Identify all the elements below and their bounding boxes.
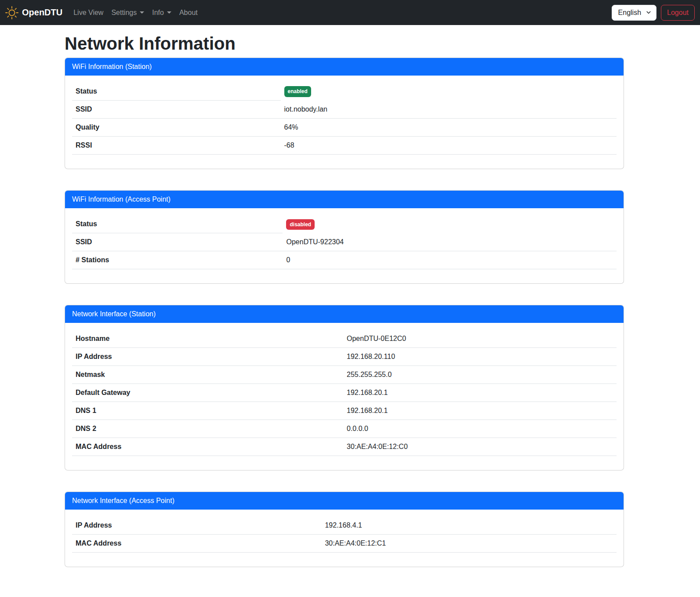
card-header: Network Interface (Access Point) bbox=[65, 492, 624, 510]
nav-settings[interactable]: Settings bbox=[107, 5, 148, 20]
row-value: enabled bbox=[281, 83, 617, 101]
table-row: Statusenabled bbox=[72, 83, 617, 101]
nav-info-label: Info bbox=[152, 9, 164, 17]
row-value: 30:AE:A4:0E:12:C1 bbox=[321, 535, 617, 553]
info-table: StatusdisabledSSIDOpenDTU-922304# Statio… bbox=[72, 215, 617, 269]
row-label: Status bbox=[72, 83, 281, 101]
row-label: Status bbox=[72, 215, 283, 233]
card-body: StatusdisabledSSIDOpenDTU-922304# Statio… bbox=[65, 208, 624, 283]
row-value: 192.168.20.1 bbox=[343, 402, 617, 420]
row-label: Netmask bbox=[72, 366, 343, 384]
logout-button[interactable]: Logout bbox=[661, 5, 695, 21]
table-row: DNS 20.0.0.0 bbox=[72, 420, 617, 438]
chevron-down-icon bbox=[140, 11, 144, 14]
table-row: IP Address192.168.4.1 bbox=[72, 517, 617, 535]
row-label: RSSI bbox=[72, 137, 281, 155]
card-body: StatusenabledSSIDiot.nobody.lanQuality64… bbox=[65, 76, 624, 169]
table-row: SSIDOpenDTU-922304 bbox=[72, 233, 617, 251]
row-label: SSID bbox=[72, 101, 281, 119]
chevron-down-icon bbox=[646, 8, 651, 18]
row-label: Quality bbox=[72, 119, 281, 137]
row-label: IP Address bbox=[72, 348, 343, 366]
row-label: DNS 2 bbox=[72, 420, 343, 438]
card: WiFi Information (Station)StatusenabledS… bbox=[65, 58, 624, 169]
nav-about[interactable]: About bbox=[175, 5, 202, 20]
card: WiFi Information (Access Point)Statusdis… bbox=[65, 190, 624, 284]
info-table: HostnameOpenDTU-0E12C0IP Address192.168.… bbox=[72, 330, 617, 456]
navbar-right: English Logout bbox=[612, 5, 695, 21]
row-label: IP Address bbox=[72, 517, 321, 535]
row-value: 192.168.4.1 bbox=[321, 517, 617, 535]
sun-icon bbox=[5, 6, 18, 19]
main-content: Network Information WiFi Information (St… bbox=[65, 33, 624, 567]
row-value: 30:AE:A4:0E:12:C0 bbox=[343, 438, 617, 456]
brand-label: OpenDTU bbox=[22, 7, 62, 18]
table-row: Statusdisabled bbox=[72, 215, 617, 233]
table-row: MAC Address30:AE:A4:0E:12:C1 bbox=[72, 535, 617, 553]
table-row: Quality64% bbox=[72, 119, 617, 137]
brand[interactable]: OpenDTU bbox=[5, 6, 62, 19]
navbar: OpenDTU Live View Settings Info About En… bbox=[0, 0, 700, 25]
card-header: Network Interface (Station) bbox=[65, 305, 624, 323]
row-value: 0.0.0.0 bbox=[343, 420, 617, 438]
row-value: 64% bbox=[281, 119, 617, 137]
row-value: 255.255.255.0 bbox=[343, 366, 617, 384]
table-row: SSIDiot.nobody.lan bbox=[72, 101, 617, 119]
row-value: OpenDTU-922304 bbox=[283, 233, 617, 251]
row-label: MAC Address bbox=[72, 438, 343, 456]
language-select[interactable]: English bbox=[612, 5, 656, 21]
info-table: StatusenabledSSIDiot.nobody.lanQuality64… bbox=[72, 83, 617, 155]
nav-info[interactable]: Info bbox=[148, 5, 175, 20]
table-row: Netmask255.255.255.0 bbox=[72, 366, 617, 384]
row-value: -68 bbox=[281, 137, 617, 155]
table-row: DNS 1192.168.20.1 bbox=[72, 402, 617, 420]
table-row: IP Address192.168.20.110 bbox=[72, 348, 617, 366]
row-value: 192.168.20.1 bbox=[343, 384, 617, 402]
row-value: iot.nobody.lan bbox=[281, 101, 617, 119]
chevron-down-icon bbox=[167, 11, 171, 14]
card-body: IP Address192.168.4.1MAC Address30:AE:A4… bbox=[65, 510, 624, 567]
status-badge: disabled bbox=[286, 219, 315, 230]
row-label: # Stations bbox=[72, 251, 283, 269]
card-header: WiFi Information (Access Point) bbox=[65, 191, 624, 208]
info-table: IP Address192.168.4.1MAC Address30:AE:A4… bbox=[72, 517, 617, 553]
row-label: Default Gateway bbox=[72, 384, 343, 402]
table-row: # Stations0 bbox=[72, 251, 617, 269]
nav-settings-label: Settings bbox=[111, 9, 137, 17]
cards-container: WiFi Information (Station)StatusenabledS… bbox=[65, 58, 624, 567]
row-label: MAC Address bbox=[72, 535, 321, 553]
card: Network Interface (Station)HostnameOpenD… bbox=[65, 305, 624, 470]
row-label: SSID bbox=[72, 233, 283, 251]
card: Network Interface (Access Point)IP Addre… bbox=[65, 492, 624, 567]
row-value: 0 bbox=[283, 251, 617, 269]
row-value: disabled bbox=[283, 215, 617, 233]
page-title: Network Information bbox=[65, 33, 624, 54]
table-row: HostnameOpenDTU-0E12C0 bbox=[72, 330, 617, 348]
card-header: WiFi Information (Station) bbox=[65, 58, 624, 76]
row-label: DNS 1 bbox=[72, 402, 343, 420]
table-row: MAC Address30:AE:A4:0E:12:C0 bbox=[72, 438, 617, 456]
table-row: RSSI-68 bbox=[72, 137, 617, 155]
row-value: OpenDTU-0E12C0 bbox=[343, 330, 617, 348]
table-row: Default Gateway192.168.20.1 bbox=[72, 384, 617, 402]
language-select-value: English bbox=[618, 9, 641, 16]
card-body: HostnameOpenDTU-0E12C0IP Address192.168.… bbox=[65, 323, 624, 470]
status-badge: enabled bbox=[284, 86, 311, 97]
row-label: Hostname bbox=[72, 330, 343, 348]
nav-live-view[interactable]: Live View bbox=[69, 5, 107, 20]
nav-links: Live View Settings Info About bbox=[69, 5, 202, 20]
row-value: 192.168.20.110 bbox=[343, 348, 617, 366]
